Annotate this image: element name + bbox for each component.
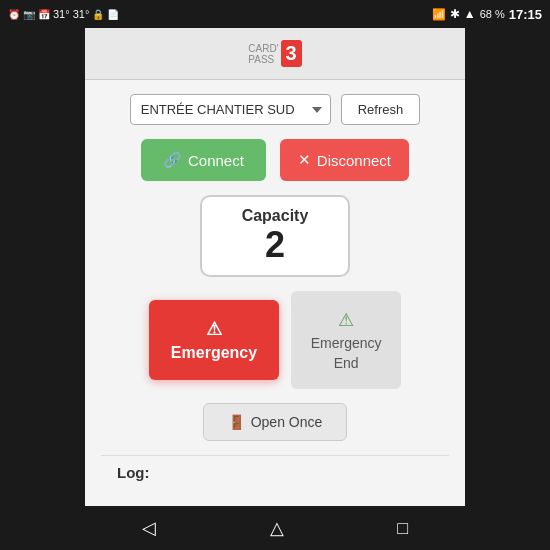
temp2-icon: 31° bbox=[73, 8, 90, 20]
action-row: 🔗 Connect ✕ Disconnect bbox=[101, 139, 449, 181]
home-button[interactable]: △ bbox=[262, 509, 292, 547]
emergency-row: ⚠ Emergency ⚠ Emergency End bbox=[101, 291, 449, 389]
emergency-end-button[interactable]: ⚠ Emergency End bbox=[291, 291, 401, 389]
open-once-row: 🚪 Open Once bbox=[101, 403, 449, 441]
doc-icon: 📄 bbox=[107, 9, 119, 20]
emergency-button[interactable]: ⚠ Emergency bbox=[149, 300, 279, 380]
connect-button[interactable]: 🔗 Connect bbox=[141, 139, 266, 181]
nav-bar: ◁ △ □ bbox=[85, 506, 465, 550]
lock-icon: 🔒 bbox=[92, 9, 104, 20]
emergency-end-line1: Emergency bbox=[311, 335, 382, 351]
site-select[interactable]: ENTRÉE CHANTIER SUD ENTRÉE CHANTIER NORD… bbox=[130, 94, 331, 125]
status-left-icons: ⏰ 📷 📅 31° 31° 🔒 📄 bbox=[8, 8, 119, 20]
log-section: Log: bbox=[101, 455, 449, 488]
disconnect-button[interactable]: ✕ Disconnect bbox=[280, 139, 409, 181]
disconnect-x-icon: ✕ bbox=[298, 151, 311, 169]
open-once-door-icon: 🚪 bbox=[228, 414, 245, 430]
camera-icon: 📷 bbox=[23, 9, 35, 20]
logo-pass-text: PASS bbox=[248, 54, 278, 65]
wifi-icon: ▲ bbox=[464, 7, 476, 21]
connect-label: Connect bbox=[188, 152, 244, 169]
back-button[interactable]: ◁ bbox=[134, 509, 164, 547]
connect-link-icon: 🔗 bbox=[163, 151, 182, 169]
app-header: CARD' PASS 3 bbox=[85, 28, 465, 80]
top-row: ENTRÉE CHANTIER SUD ENTRÉE CHANTIER NORD… bbox=[101, 94, 449, 125]
clock: 17:15 bbox=[509, 7, 542, 22]
capacity-value: 2 bbox=[242, 225, 309, 265]
capacity-box: Capacity 2 bbox=[200, 195, 351, 277]
logo-text-lines: CARD' PASS bbox=[248, 43, 278, 65]
logo-card-text: CARD' bbox=[248, 43, 278, 54]
alarm-icon: ⏰ bbox=[8, 9, 20, 20]
refresh-button[interactable]: Refresh bbox=[341, 94, 421, 125]
logo: CARD' PASS 3 bbox=[248, 40, 301, 67]
logo-badge: 3 bbox=[281, 40, 302, 67]
battery-text: 68 % bbox=[480, 8, 505, 20]
open-once-button[interactable]: 🚪 Open Once bbox=[203, 403, 348, 441]
emergency-end-triangle-icon: ⚠ bbox=[338, 309, 354, 331]
calendar-icon: 📅 bbox=[38, 9, 50, 20]
emergency-end-line2: End bbox=[334, 355, 359, 371]
open-once-label: Open Once bbox=[251, 414, 323, 430]
temp1-icon: 31° bbox=[53, 8, 70, 20]
capacity-label: Capacity bbox=[242, 207, 309, 225]
phone-screen: CARD' PASS 3 ENTRÉE CHANTIER SUD ENTRÉE … bbox=[85, 28, 465, 506]
main-content: ENTRÉE CHANTIER SUD ENTRÉE CHANTIER NORD… bbox=[85, 80, 465, 506]
bluetooth-icon: ✱ bbox=[450, 7, 460, 21]
recents-button[interactable]: □ bbox=[389, 510, 416, 547]
log-label: Log: bbox=[117, 464, 149, 481]
signal-icon: 📶 bbox=[432, 8, 446, 21]
emergency-label: Emergency bbox=[171, 344, 257, 362]
status-right-icons: 📶 ✱ ▲ 68 % 17:15 bbox=[432, 7, 542, 22]
status-bar: ⏰ 📷 📅 31° 31° 🔒 📄 📶 ✱ ▲ 68 % 17:15 bbox=[0, 0, 550, 28]
emergency-triangle-icon: ⚠ bbox=[206, 318, 222, 340]
disconnect-label: Disconnect bbox=[317, 152, 391, 169]
